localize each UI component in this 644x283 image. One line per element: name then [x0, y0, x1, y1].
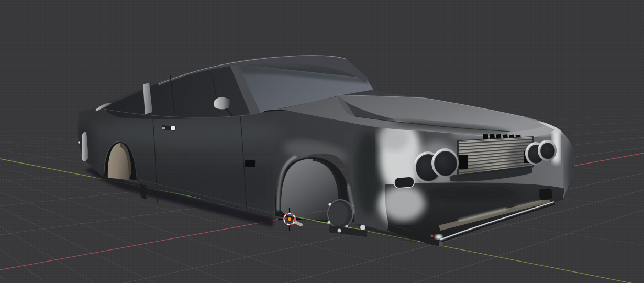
door-handle-chrome	[171, 126, 175, 130]
cursor-tick	[289, 208, 290, 213]
arm-bright-cylinder-2	[338, 229, 341, 233]
cursor-tick	[289, 226, 290, 231]
headlight-2	[431, 148, 459, 178]
door-vent-black	[245, 160, 255, 167]
headlight-4	[538, 140, 557, 161]
door-handle-tip	[162, 127, 165, 129]
grille-black-box-left	[459, 155, 468, 169]
cursor-tick	[296, 219, 302, 220]
drum-stud-2	[327, 221, 330, 223]
front-side-marker	[394, 177, 414, 189]
nose-arch-separation-shadow	[356, 131, 381, 215]
object-origin-dot	[287, 217, 291, 221]
brake-drum-face	[329, 202, 348, 225]
bumper-speckle-shade	[424, 184, 518, 201]
cursor-tick	[278, 219, 283, 220]
valance-chrome-blob	[435, 235, 442, 240]
viewport-3d[interactable]	[0, 0, 644, 283]
viewport-canvas[interactable]	[0, 0, 644, 283]
tail-marker-dot	[78, 142, 80, 144]
side-mirror	[214, 97, 231, 110]
bumper-left-chrome-glow	[381, 186, 425, 221]
drum-stud-1	[328, 203, 331, 205]
bumper-slot-right	[539, 188, 552, 200]
arm-bright-cylinder	[360, 225, 365, 230]
valance-red-dot	[431, 235, 434, 237]
drum-stud-3	[345, 225, 348, 227]
